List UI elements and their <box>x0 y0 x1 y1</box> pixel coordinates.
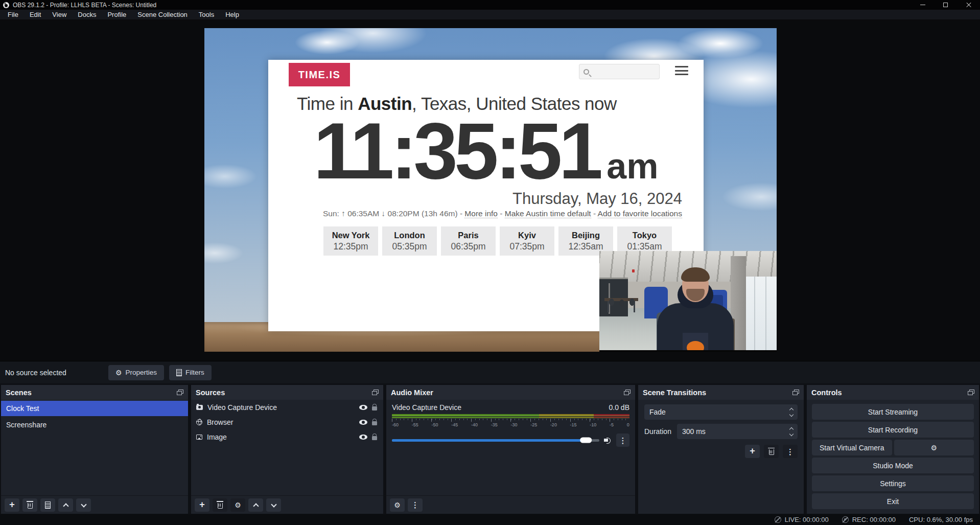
scene-transitions-panel: Scene Transitions Fade Duration 300 ms + <box>638 385 804 514</box>
menu-file[interactable]: File <box>2 10 24 20</box>
transitions-body: Fade Duration 300 ms + ⋮ <box>638 400 804 514</box>
city-time: 06:35pm <box>441 241 496 252</box>
add-source-button[interactable]: + <box>195 498 209 512</box>
close-button[interactable] <box>957 0 980 10</box>
city-tile-new-york[interactable]: New York12:35pm <box>323 226 378 256</box>
scene-filters-button[interactable] <box>40 498 55 512</box>
lock-icon[interactable] <box>372 406 377 410</box>
visibility-eye-icon[interactable] <box>359 405 367 410</box>
source-move-up-button[interactable] <box>248 498 263 512</box>
popout-icon[interactable] <box>624 390 631 395</box>
start-streaming-button[interactable]: Start Streaming <box>812 404 974 420</box>
webcam-overlay <box>599 251 777 352</box>
transition-menu-button[interactable]: ⋮ <box>783 445 798 458</box>
kebab-icon: ⋮ <box>411 501 419 509</box>
tick-label: -30 <box>510 422 517 427</box>
maximize-button[interactable] <box>934 0 957 10</box>
timeis-search-input[interactable] <box>579 64 660 79</box>
visibility-eye-icon[interactable] <box>359 435 367 440</box>
city-name: Beijing <box>558 231 613 240</box>
virtual-camera-config-button[interactable]: ⚙ <box>894 440 974 455</box>
minimize-button[interactable] <box>911 0 934 10</box>
program-canvas[interactable]: TIME.IS Time in Austin, Texas, United St… <box>204 28 777 352</box>
filters-icon <box>176 369 182 376</box>
city-name: London <box>382 231 437 240</box>
sources-header: Sources <box>191 385 383 400</box>
popout-icon[interactable] <box>372 390 379 395</box>
city-tile-paris[interactable]: Paris06:35pm <box>441 226 496 256</box>
mixer-menu-button[interactable]: ⋮ <box>408 498 423 512</box>
scene-item-clock-test[interactable]: Clock Test <box>1 401 188 416</box>
advanced-audio-button[interactable]: ⚙ <box>390 498 405 512</box>
more-info-link[interactable]: More info <box>464 209 498 218</box>
source-move-down-button[interactable] <box>266 498 281 512</box>
rec-time: REC: 00:00:00 <box>852 516 896 523</box>
lock-icon[interactable] <box>372 421 377 425</box>
settings-button[interactable]: Settings <box>812 475 974 491</box>
start-virtual-camera-button[interactable]: Start Virtual Camera <box>812 440 892 455</box>
source-item-image[interactable]: Image <box>191 429 383 444</box>
menu-edit[interactable]: Edit <box>24 10 46 20</box>
volume-slider-handle[interactable] <box>580 438 592 443</box>
add-scene-button[interactable]: + <box>5 498 19 512</box>
visibility-eye-icon[interactable] <box>359 420 367 425</box>
city-time: 12:35pm <box>323 241 378 252</box>
maximize-icon <box>943 3 948 7</box>
add-transition-button[interactable]: + <box>745 445 760 458</box>
exit-button[interactable]: Exit <box>812 493 974 509</box>
city-time: 05:35pm <box>382 241 437 252</box>
menu-help[interactable]: Help <box>220 10 245 20</box>
lock-icon[interactable] <box>372 436 377 440</box>
make-default-link[interactable]: Make Austin time default <box>505 209 591 218</box>
source-properties-button[interactable]: ⚙ <box>230 498 245 512</box>
city-tile-kyiv[interactable]: Kyiv07:35pm <box>500 226 554 256</box>
source-item-video-capture[interactable]: Video Capture Device <box>191 400 383 415</box>
popout-icon[interactable] <box>968 390 974 395</box>
transitions-title: Scene Transitions <box>643 389 706 397</box>
mixer-channel-menu-button[interactable]: ⋮ <box>616 433 629 447</box>
source-item-browser[interactable]: Browser <box>191 415 383 429</box>
trash-icon <box>218 503 223 509</box>
chevron-down-icon <box>789 412 794 416</box>
scene-move-down-button[interactable] <box>76 498 91 512</box>
menu-view[interactable]: View <box>46 10 72 20</box>
start-recording-button[interactable]: Start Recording <box>812 422 974 438</box>
menu-scene-collection[interactable]: Scene Collection <box>132 10 193 20</box>
add-favorite-link[interactable]: Add to favorite locations <box>598 209 682 218</box>
preview-area: TIME.IS Time in Austin, Texas, United St… <box>0 20 980 361</box>
remove-transition-button[interactable] <box>764 445 779 458</box>
transition-selected-value: Fade <box>649 408 666 416</box>
menu-tools[interactable]: Tools <box>193 10 220 20</box>
properties-button[interactable]: ⚙ Properties <box>108 365 164 380</box>
remove-source-button[interactable] <box>213 498 227 512</box>
controls-title: Controls <box>811 389 842 397</box>
city-tile-london[interactable]: London05:35pm <box>382 226 437 256</box>
filters-button[interactable]: Filters <box>169 365 212 380</box>
duration-input[interactable]: 300 ms <box>677 424 798 439</box>
popout-icon[interactable] <box>177 390 183 395</box>
select-spinner[interactable] <box>788 404 795 420</box>
source-context-toolbar: No source selected ⚙ Properties Filters <box>0 361 980 383</box>
city-name: Tokyo <box>617 231 672 240</box>
mixer-channel-name: Video Capture Device <box>392 403 461 412</box>
hamburger-menu-icon[interactable] <box>675 66 688 75</box>
remove-scene-button[interactable] <box>22 498 37 512</box>
gear-icon: ⚙ <box>235 501 241 509</box>
speaker-icon[interactable] <box>604 437 612 443</box>
scene-move-up-button[interactable] <box>58 498 73 512</box>
chevron-down-icon <box>271 501 276 507</box>
scenes-panel: Scenes Clock Test Screenshare + <box>1 385 188 514</box>
kebab-icon: ⋮ <box>619 437 627 444</box>
menu-docks[interactable]: Docks <box>72 10 102 20</box>
transition-select[interactable]: Fade <box>644 404 798 420</box>
trash-icon <box>28 503 33 509</box>
popout-icon[interactable] <box>792 390 799 395</box>
title-bar: OBS 29.1.2 - Profile: LLHLS BETA - Scene… <box>0 0 980 10</box>
stream-inactive-icon <box>775 516 781 523</box>
volume-slider[interactable] <box>392 439 599 442</box>
menu-profile[interactable]: Profile <box>102 10 132 20</box>
scene-item-screenshare[interactable]: Screenshare <box>1 417 188 432</box>
duration-spinner[interactable] <box>788 424 795 439</box>
tick-label: -25 <box>530 422 537 427</box>
studio-mode-button[interactable]: Studio Mode <box>812 458 974 473</box>
